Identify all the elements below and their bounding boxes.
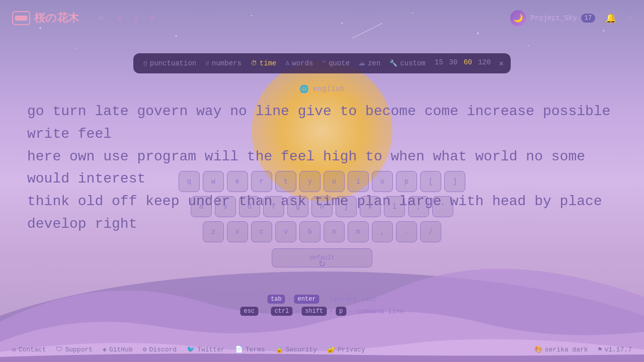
plus-3: + <box>329 308 333 315</box>
footer-security[interactable]: 🔒 Security <box>275 345 317 353</box>
key-comma[interactable]: , <box>372 221 393 242</box>
custom-prefix: 🔧 <box>389 59 397 67</box>
toolbar-close-icon[interactable]: ✕ <box>499 58 504 68</box>
email-icon: ✉ <box>12 345 16 353</box>
reload-button[interactable]: ↻ <box>318 256 325 270</box>
command-text: - command line <box>349 308 404 315</box>
keyboard-row-1: q w e r t y u i o p [ ] <box>179 171 465 192</box>
key-t[interactable]: t <box>275 171 296 192</box>
footer-support[interactable]: 🛡 Support <box>56 346 93 353</box>
time-prefix: ⏱ <box>251 60 257 67</box>
key-rbracket[interactable]: ] <box>444 171 465 192</box>
key-r[interactable]: r <box>251 171 272 192</box>
key-p[interactable]: p <box>396 171 417 192</box>
header-right: 🌙 Project_Sky 17 🔔 ⎋ <box>510 10 632 26</box>
footer: ✉ Contact 🛡 Support ◈ GitHub ⚙ Discord 🐦… <box>0 337 644 362</box>
support-label: Support <box>65 346 93 353</box>
punctuation-prefix: @ <box>143 60 147 67</box>
key-s[interactable]: s <box>215 196 236 217</box>
key-n[interactable]: n <box>324 221 345 242</box>
key-e[interactable]: e <box>227 171 248 192</box>
footer-twitter[interactable]: 🐦 Twitter <box>187 345 225 353</box>
key-g[interactable]: g <box>287 196 308 217</box>
toolbar-quote[interactable]: ❝ quote <box>322 59 350 67</box>
footer-discord[interactable]: ⚙ Discord <box>143 345 177 353</box>
time-15[interactable]: 15 <box>435 58 443 68</box>
toolbar-custom[interactable]: 🔧 custom <box>389 59 425 67</box>
theme-selector[interactable]: 🎨 serika dark <box>534 345 588 353</box>
key-q[interactable]: q <box>179 171 200 192</box>
support-icon: 🛡 <box>56 346 62 353</box>
footer-right: 🎨 serika dark ⚑ v1.17.7 <box>534 345 632 353</box>
key-l[interactable]: l <box>384 196 405 217</box>
info-nav-icon[interactable]: ℹ <box>134 13 138 24</box>
toolbar-numbers[interactable]: # numbers <box>205 59 242 67</box>
leaderboard-nav-icon[interactable]: ♛ <box>117 13 122 24</box>
key-d[interactable]: d <box>239 196 260 217</box>
numbers-label: numbers <box>212 59 242 67</box>
twitter-label: Twitter <box>197 346 225 353</box>
logo-keyboard-icon <box>15 16 27 21</box>
key-lbracket[interactable]: [ <box>420 171 441 192</box>
zen-label: zen <box>368 59 380 67</box>
key-y[interactable]: y <box>299 171 320 192</box>
key-slash[interactable]: / <box>420 221 441 242</box>
key-f[interactable]: f <box>263 196 284 217</box>
key-quote[interactable]: ' <box>432 196 453 217</box>
key-w[interactable]: w <box>203 171 224 192</box>
settings-nav-icon[interactable]: ⚙ <box>150 13 155 24</box>
key-semicolon[interactable]: ; <box>408 196 429 217</box>
key-u[interactable]: u <box>324 171 345 192</box>
security-label: Security <box>286 346 317 353</box>
key-a[interactable]: a <box>191 196 212 217</box>
palette-icon: 🎨 <box>534 345 542 353</box>
key-b[interactable]: b <box>299 221 320 242</box>
footer-privacy[interactable]: 🔐 Privacy <box>327 345 365 353</box>
shield-icon: 🔒 <box>275 345 283 353</box>
logout-icon[interactable]: ⎋ <box>626 13 632 24</box>
notification-bell-icon[interactable]: 🔔 <box>605 13 616 24</box>
toolbar-punctuation[interactable]: @ punctuation <box>143 59 196 67</box>
key-j[interactable]: j <box>336 196 357 217</box>
p-key: p <box>336 307 346 316</box>
time-30[interactable]: 30 <box>449 58 458 68</box>
shift-key: shift <box>301 307 327 316</box>
toolbar-zen[interactable]: ⛰ zen <box>359 59 380 67</box>
custom-label: custom <box>400 59 425 67</box>
contact-label: Contact <box>19 346 46 353</box>
key-c[interactable]: c <box>251 221 272 242</box>
time-60[interactable]: 60 <box>463 58 472 68</box>
key-m[interactable]: m <box>348 221 369 242</box>
version-display[interactable]: ⚑ v1.17.7 <box>598 345 632 353</box>
key-h[interactable]: h <box>311 196 333 217</box>
key-x[interactable]: x <box>227 221 248 242</box>
key-k[interactable]: k <box>360 196 381 217</box>
footer-terms[interactable]: 📄 Terms <box>235 345 265 353</box>
time-120[interactable]: 120 <box>478 58 491 68</box>
keyboard-nav-icon[interactable]: ⌨ <box>99 13 105 24</box>
footer-github[interactable]: ◈ GitHub <box>103 345 133 353</box>
plus-1: + <box>288 296 292 303</box>
key-period[interactable]: . <box>396 221 417 242</box>
key-o[interactable]: o <box>372 171 393 192</box>
key-i[interactable]: i <box>348 171 369 192</box>
svg-point-11 <box>528 45 529 46</box>
footer-contact[interactable]: ✉ Contact <box>12 345 46 353</box>
restart-text: - restart test <box>322 296 377 303</box>
shortcuts-display: tab + enter - restart test esc or ctrl +… <box>240 295 404 319</box>
toolbar-words[interactable]: A words <box>285 59 313 67</box>
reload-icon: ↻ <box>318 257 325 270</box>
theme-label: serika dark <box>545 346 588 353</box>
enter-key: enter <box>294 295 319 304</box>
key-z[interactable]: z <box>203 221 224 242</box>
header: 桜の花木 ⌨ ♛ ℹ ⚙ 🌙 Project_Sky 17 🔔 ⎋ <box>0 0 644 36</box>
key-v[interactable]: v <box>275 221 296 242</box>
toolbar-time[interactable]: ⏱ time <box>251 59 277 67</box>
zen-prefix: ⛰ <box>359 60 365 67</box>
logo[interactable]: 桜の花木 <box>12 11 79 26</box>
language-selector[interactable]: 🌐 english <box>299 84 345 94</box>
svg-point-9 <box>75 48 76 49</box>
words-prefix: A <box>285 60 289 67</box>
user-info[interactable]: 🌙 Project_Sky 17 <box>510 10 595 26</box>
punctuation-label: punctuation <box>150 59 196 67</box>
